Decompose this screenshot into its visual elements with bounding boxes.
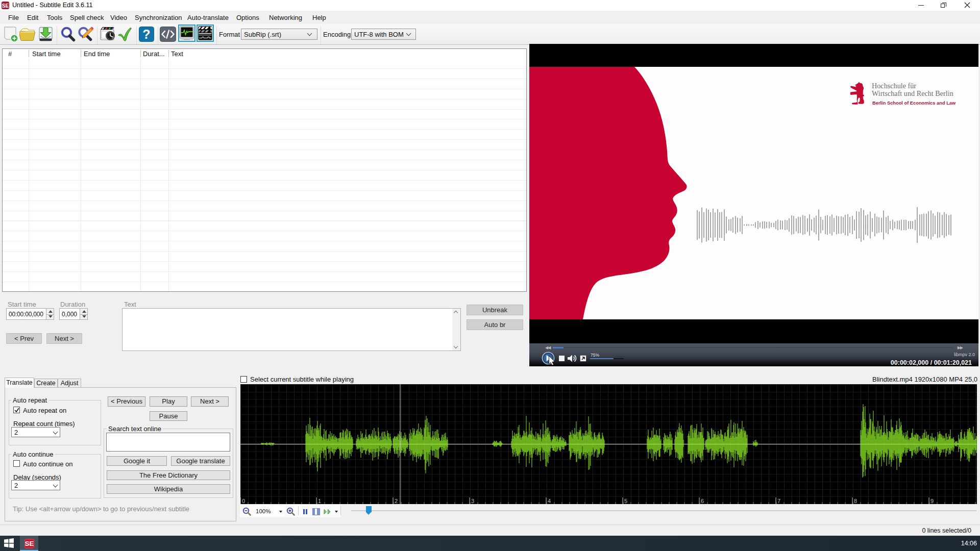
svg-text:Wirtschaft und Recht Berlin: Wirtschaft und Recht Berlin [872,89,953,97]
svg-text:Hochschule für: Hochschule für [872,82,916,90]
svg-text:?: ? [142,27,150,41]
svg-text:3: 3 [471,498,474,504]
svg-text:1: 1 [318,498,321,504]
svg-text:Berlin School of Economics and: Berlin School of Economics and Law [872,101,956,106]
svg-text:SE: SE [25,540,34,547]
svg-text:5: 5 [624,498,627,504]
svg-text:9: 9 [930,498,934,504]
svg-text:0: 0 [242,498,245,504]
svg-text:SE: SE [2,3,9,9]
svg-text:7: 7 [777,498,780,504]
svg-text:4: 4 [548,498,551,504]
svg-text:8: 8 [854,498,857,504]
svg-text:2: 2 [395,498,398,504]
svg-text:6: 6 [701,498,704,504]
